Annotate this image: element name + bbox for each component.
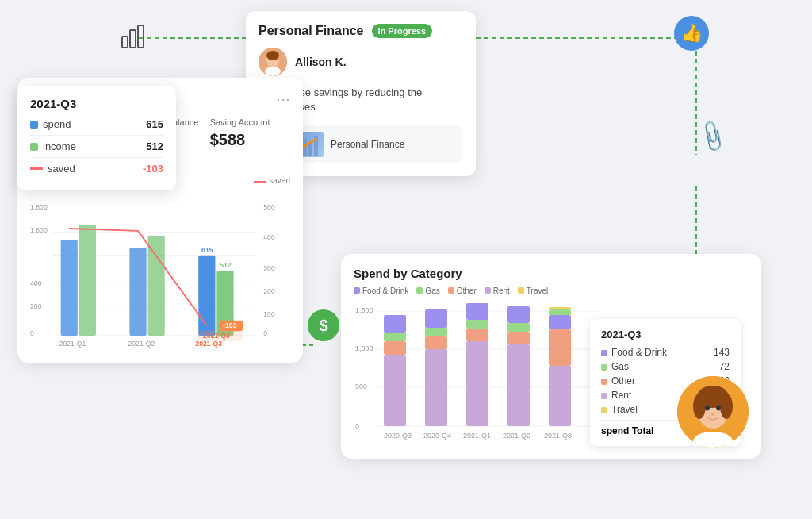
dollar-icon: $ <box>308 309 339 341</box>
svg-rect-81 <box>466 329 488 341</box>
svg-point-15 <box>711 413 714 416</box>
svg-text:300: 300 <box>263 264 275 272</box>
svg-text:400: 400 <box>263 234 275 242</box>
spend-bar-chart: 1,500 1,000 500 0 <box>354 303 615 446</box>
svg-rect-84 <box>466 303 488 320</box>
svg-point-19 <box>266 51 279 60</box>
svg-text:1,600: 1,600 <box>30 226 48 234</box>
svg-rect-73 <box>384 341 406 355</box>
svg-rect-51 <box>129 248 146 336</box>
svg-rect-50 <box>79 225 96 336</box>
svg-text:2020-Q4: 2020-Q4 <box>423 432 451 440</box>
svg-rect-85 <box>508 344 530 426</box>
q3-tooltip: 2021-Q3 spend 615 income 512 saved -103 <box>17 86 176 190</box>
svg-text:1,000: 1,000 <box>355 344 373 352</box>
svg-text:1,500: 1,500 <box>355 306 373 314</box>
svg-rect-87 <box>508 323 530 332</box>
svg-text:1,800: 1,800 <box>30 203 48 211</box>
q3-saved-row: saved -103 <box>30 163 163 175</box>
svg-point-14 <box>716 406 721 411</box>
main-container: 👍 📎 $ Personal Finance <box>0 0 812 519</box>
svg-text:200: 200 <box>263 287 275 295</box>
avatar <box>259 48 287 76</box>
svg-rect-90 <box>549 329 571 366</box>
svg-rect-75 <box>384 315 406 333</box>
svg-rect-49 <box>61 240 78 336</box>
spend-legend: Food & Drink Gas Other Rent Travel <box>354 286 749 295</box>
svg-text:500: 500 <box>355 383 367 390</box>
finance-card-title: Personal Finance <box>259 24 364 38</box>
status-badge: In Progress <box>372 24 433 38</box>
q3-spend-value: 615 <box>146 118 163 130</box>
svg-text:200: 200 <box>30 302 42 310</box>
svg-text:0: 0 <box>263 329 267 337</box>
svg-point-11 <box>693 394 706 419</box>
svg-text:2021-Q3: 2021-Q3 <box>195 340 222 348</box>
svg-text:2021-Q2: 2021-Q2 <box>128 340 155 348</box>
svg-text:512: 512 <box>220 261 232 269</box>
svg-rect-72 <box>384 355 406 426</box>
svg-text:500: 500 <box>263 203 275 211</box>
svg-text:615: 615 <box>201 246 213 254</box>
q3-spend-row: spend 615 <box>30 118 163 130</box>
legend-travel: Travel <box>518 286 548 295</box>
q3-income-row: income 512 <box>30 140 163 152</box>
legend-gas: Gas <box>416 286 439 295</box>
svg-text:-103: -103 <box>223 322 237 330</box>
spend-tooltip-title: 2021-Q3 <box>601 329 730 340</box>
svg-rect-53 <box>198 256 215 336</box>
saving-value: $588 <box>210 131 290 149</box>
svg-rect-93 <box>549 307 571 309</box>
svg-rect-5 <box>122 37 128 48</box>
user-row: Allison K. <box>259 48 463 76</box>
attachment-label: Personal Finance <box>331 139 404 150</box>
svg-rect-76 <box>425 349 447 426</box>
svg-rect-6 <box>130 30 136 48</box>
svg-text:100: 100 <box>263 310 275 318</box>
svg-point-13 <box>705 406 710 411</box>
bar-line-chart: 1,800 1,600 400 200 0 500 400 300 200 10… <box>30 191 290 350</box>
svg-rect-91 <box>549 315 571 329</box>
avatar-circle <box>677 376 749 448</box>
user-name: Allison K. <box>295 56 347 68</box>
q3-income-label: income <box>30 140 76 152</box>
svg-text:400: 400 <box>30 279 42 287</box>
q3-income-value: 512 <box>146 140 163 152</box>
svg-rect-52 <box>148 236 165 336</box>
saving-account: Saving Account $588 <box>210 117 290 149</box>
like-button[interactable]: 👍 <box>674 16 709 51</box>
spend-gas-row: Gas 72 <box>601 361 730 372</box>
svg-text:2021-Q2: 2021-Q2 <box>503 432 530 440</box>
svg-rect-7 <box>138 25 144 48</box>
svg-text:2021-Q1: 2021-Q1 <box>463 432 491 440</box>
q3-spend-label: spend <box>30 118 71 130</box>
saved-legend: saved <box>254 176 290 185</box>
svg-rect-89 <box>549 366 571 426</box>
svg-text:2021-Q3: 2021-Q3 <box>203 332 230 340</box>
svg-rect-79 <box>425 309 447 328</box>
svg-rect-78 <box>425 328 447 336</box>
svg-rect-88 <box>508 306 530 323</box>
svg-text:0: 0 <box>30 329 34 337</box>
svg-rect-86 <box>508 332 530 344</box>
saving-label: Saving Account <box>210 117 290 128</box>
spend-total-label: spend Total <box>601 425 653 436</box>
finance-card-header: Personal Finance In Progress <box>259 24 463 38</box>
svg-rect-74 <box>384 333 406 341</box>
menu-icon[interactable]: ⋯ <box>276 90 290 108</box>
spend-food-row: Food & Drink 143 <box>601 347 730 358</box>
legend-rent: Rent <box>485 286 510 295</box>
legend-other: Other <box>448 286 477 295</box>
svg-rect-82 <box>466 320 488 329</box>
spend-card-title: Spend by Category <box>354 267 749 280</box>
svg-rect-80 <box>466 341 488 426</box>
svg-text:2021-Q3: 2021-Q3 <box>544 432 572 440</box>
svg-text:2021-Q1: 2021-Q1 <box>59 340 86 348</box>
svg-text:2020-Q3: 2020-Q3 <box>384 432 412 440</box>
q3-saved-label: saved <box>30 163 75 175</box>
chart-area: 1,800 1,600 400 200 0 500 400 300 200 10… <box>30 191 290 350</box>
paperclip-icon: 📎 <box>694 117 731 154</box>
svg-point-20 <box>265 67 281 76</box>
svg-rect-92 <box>549 309 571 315</box>
svg-text:0: 0 <box>355 422 359 430</box>
